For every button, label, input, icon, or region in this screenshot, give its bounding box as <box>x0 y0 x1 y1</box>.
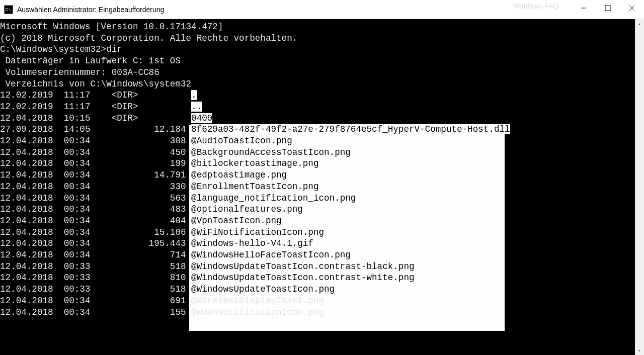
file-name: @AudioToastIcon.png <box>191 136 292 146</box>
dir-row: 12.04.2018 10:15 <DIR> 0409 <box>0 113 644 124</box>
dir-row: 12.04.2018 00:34 450 @BackgroundAccessTo… <box>0 147 644 158</box>
dir-row: 27.09.2018 14:05 12.184 8f629a03-482f-49… <box>0 124 644 135</box>
dir-row: 12.04.2018 00:34 15.106 @WiFiNotificatio… <box>0 227 644 238</box>
maximize-button[interactable] <box>596 0 620 16</box>
terminal-output: Microsoft Windows [Version 10.0.17134.47… <box>0 21 644 318</box>
dir-row: 12.04.2018 00:34 14.791 @edptoastimage.p… <box>0 169 644 181</box>
terminal-line: Microsoft Windows [Version 10.0.17134.47… <box>0 21 644 33</box>
file-name: @BackgroundAccessToastIcon.png <box>191 147 351 157</box>
minimize-button[interactable] <box>572 0 596 16</box>
dir-row: 12.04.2018 00:34 404 @VpnToastIcon.png <box>0 215 644 227</box>
watermark-text: Windows-FAQ <box>514 2 558 10</box>
dir-row: 12.02.2019 11:17 <DIR> .. <box>0 101 644 113</box>
file-name: 0409 <box>191 113 212 123</box>
file-name: . <box>191 90 197 100</box>
file-name: @edptoastimage.png <box>191 170 287 180</box>
file-name: @WindowsHelloFaceToastIcon.png <box>191 250 351 260</box>
dir-row: 12.04.2018 00:34 308 @AudioToastIcon.png <box>0 135 644 147</box>
scroll-down-button[interactable]: ▾ <box>635 346 644 355</box>
file-name: @WindowsUpdateToastIcon.png <box>191 284 335 294</box>
file-name: @VpnToastIcon.png <box>191 216 282 226</box>
titlebar[interactable]: C:\. Auswählen Administrator: Eingabeauf… <box>0 0 644 19</box>
file-name: 8f629a03-482f-49f2-a27e-279f8764e5cf_Hyp… <box>191 124 510 134</box>
file-name: @EnrollmentToastIcon.png <box>191 182 318 192</box>
dir-row: 12.04.2018 00:34 155 @WwanNotificationIc… <box>0 307 644 318</box>
file-name: @windows-hello-V4.1.gif <box>191 238 313 248</box>
window-controls <box>572 0 644 16</box>
close-button[interactable] <box>620 0 644 16</box>
minimize-icon <box>581 5 587 11</box>
svg-rect-1 <box>605 6 610 11</box>
maximize-icon <box>605 5 611 11</box>
dir-row: 12.04.2018 00:34 714 @WindowsHelloFaceTo… <box>0 249 644 261</box>
dir-row: 12.04.2018 00:34 483 @optionalfeatures.p… <box>0 204 644 215</box>
terminal-line: Datenträger in Laufwerk C: ist OS <box>0 55 644 67</box>
dir-row: 12.02.2019 11:17 <DIR> . <box>0 90 644 101</box>
file-name: @bitlockertoastimage.png <box>191 158 318 168</box>
window-title: Auswählen Administrator: Eingabeaufforde… <box>17 6 164 14</box>
cmd-icon: C:\. <box>4 5 13 14</box>
file-name: @WindowsUpdateToastIcon.contrast-black.p… <box>191 261 414 272</box>
file-name: @WiFiNotificationIcon.png <box>191 227 324 237</box>
dir-row: 12.04.2018 00:33 810 @WindowsUpdateToast… <box>0 272 644 284</box>
file-name: @language_notification_icon.png <box>191 193 356 203</box>
terminal-line: Volumeseriennummer: 003A-CC86 <box>0 67 644 78</box>
file-name: .. <box>191 102 202 112</box>
dir-row: 12.04.2018 00:34 330 @EnrollmentToastIco… <box>0 181 644 193</box>
terminal-line: C:\Windows\system32>dir <box>0 44 644 55</box>
terminal-line: (c) 2018 Microsoft Corporation. Alle Rec… <box>0 33 644 44</box>
file-name: @WirelessDisplayToast.png <box>191 296 324 306</box>
dir-row: 12.04.2018 00:33 518 @WindowsUpdateToast… <box>0 284 644 295</box>
terminal-area[interactable]: Microsoft Windows [Version 10.0.17134.47… <box>0 19 644 355</box>
file-name: @WindowsUpdateToastIcon.contrast-white.p… <box>191 273 414 283</box>
close-icon <box>629 5 635 11</box>
dir-row: 12.04.2018 00:34 195.443 @windows-hello-… <box>0 238 644 249</box>
dir-row: 12.04.2018 00:34 563 @language_notificat… <box>0 193 644 204</box>
file-name: @WwanNotificationIcon.png <box>191 307 324 317</box>
dir-row: 12.04.2018 00:33 518 @WindowsUpdateToast… <box>0 261 644 273</box>
dir-row: 12.04.2018 00:34 199 @bitlockertoastimag… <box>0 158 644 169</box>
dir-row: 12.04.2018 00:34 691 @WirelessDisplayToa… <box>0 295 644 307</box>
terminal-line: Verzeichnis von C:\Windows\system32 <box>0 78 644 90</box>
file-name: @optionalfeatures.png <box>191 204 303 214</box>
